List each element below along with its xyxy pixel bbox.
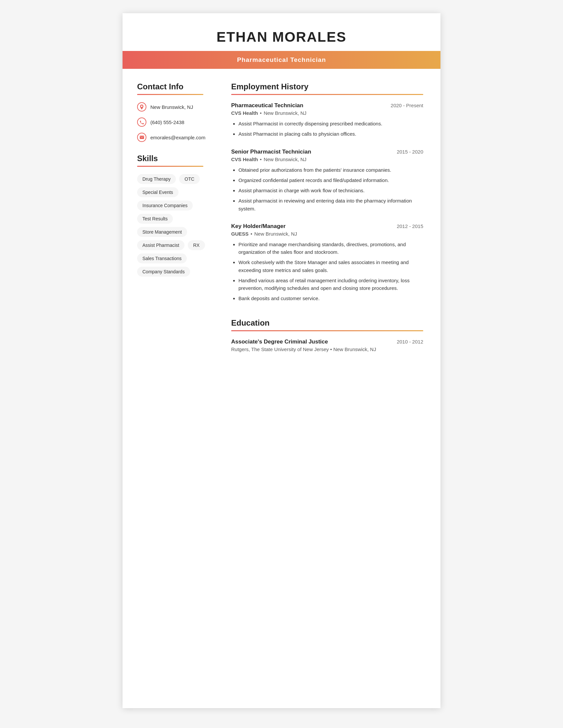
job-title-3: Key Holder/Manager [231, 223, 286, 230]
location-value: New Brunswick, NJ [150, 104, 193, 110]
job-block-1: Pharmaceutical Technician 2020 - Present… [231, 102, 423, 138]
edu-degree-1: Associate's Degree Criminal Justice [231, 339, 328, 345]
skill-tag: OTC [179, 174, 200, 184]
bullet: Organized confidential patient records a… [238, 176, 423, 184]
job-header-1: Pharmaceutical Technician 2020 - Present [231, 102, 423, 109]
bullet: Assist Pharmacist in placing calls to ph… [238, 130, 423, 138]
job-bullets-3: Prioritize and manage merchandising stan… [231, 241, 423, 302]
skill-tag: Insurance Companies [137, 201, 193, 210]
job-block-2: Senior Pharmacist Technician 2015 - 2020… [231, 149, 423, 212]
bullet: Work cohesively with the Store Manager a… [238, 258, 423, 274]
education-section-title: Education [231, 318, 423, 328]
skill-tag: Store Management [137, 227, 187, 237]
job-header-2: Senior Pharmacist Technician 2015 - 2020 [231, 149, 423, 155]
edu-header-1: Associate's Degree Criminal Justice 2010… [231, 339, 423, 345]
candidate-name: ETHAN MORALES [122, 13, 441, 51]
edu-block-1: Associate's Degree Criminal Justice 2010… [231, 339, 423, 352]
employment-divider [231, 94, 423, 95]
employment-section-title: Employment History [231, 82, 423, 91]
email-value: emorales@example.com [150, 135, 205, 140]
sidebar: Contact Info New Brunswick, NJ (640) 555… [122, 82, 215, 352]
contact-item-phone: (640) 555-2438 [137, 117, 215, 127]
skills-section-title: Skills [137, 154, 215, 163]
bullet: Assist pharmacist in charge with work fl… [238, 187, 423, 194]
skill-tag: Company Standards [137, 267, 190, 277]
bullet: Assist pharmacist in reviewing and enter… [238, 197, 423, 212]
job-dates-1: 2020 - Present [391, 103, 423, 108]
bullet: Handled various areas of retail manageme… [238, 277, 423, 292]
skill-tag: Special Events [137, 187, 178, 197]
skill-tag: Test Results [137, 214, 173, 224]
education-section: Education Associate's Degree Criminal Ju… [231, 318, 423, 352]
contact-item-email: emorales@example.com [137, 133, 215, 142]
location-icon [137, 102, 146, 112]
bullet: Bank deposits and customer service. [238, 295, 423, 302]
contact-section-title: Contact Info [137, 82, 215, 91]
contact-divider [137, 94, 203, 95]
education-divider [231, 330, 423, 331]
skill-tag: Drug Therapy [137, 174, 176, 184]
job-company-1: CVS Health•New Brunswick, NJ [231, 110, 423, 116]
email-icon [137, 133, 146, 142]
skill-tag: Assist Pharmacist [137, 240, 184, 250]
skill-tag: Sales Transactions [137, 253, 187, 263]
body-layout: Contact Info New Brunswick, NJ (640) 555… [122, 69, 441, 365]
edu-school-1: Rutgers, The State University of New Jer… [231, 346, 423, 352]
candidate-title: Pharmaceutical Technician [237, 56, 326, 63]
skill-tag: RX [188, 240, 205, 250]
job-block-3: Key Holder/Manager 2012 - 2015 GUESS•New… [231, 223, 423, 302]
job-title-1: Pharmaceutical Technician [231, 102, 304, 109]
job-dates-3: 2012 - 2015 [397, 223, 423, 229]
skills-tags-container: Drug Therapy OTC Special Events Insuranc… [137, 174, 215, 277]
job-dates-2: 2015 - 2020 [397, 149, 423, 155]
bullet: Prioritize and manage merchandising stan… [238, 241, 423, 256]
phone-icon [137, 117, 146, 127]
contact-item-location: New Brunswick, NJ [137, 102, 215, 112]
resume-container: ETHAN MORALES Pharmaceutical Technician … [122, 13, 441, 708]
job-company-2: CVS Health•New Brunswick, NJ [231, 157, 423, 162]
bullet: Assist Pharmacist in correctly dispensin… [238, 120, 423, 127]
title-bar: Pharmaceutical Technician [122, 51, 441, 69]
bullet: Obtained prior authorizations from the p… [238, 166, 423, 174]
main-content: Employment History Pharmaceutical Techni… [215, 82, 441, 352]
skills-divider [137, 166, 203, 167]
job-company-3: GUESS•New Brunswick, NJ [231, 231, 423, 237]
job-bullets-2: Obtained prior authorizations from the p… [231, 166, 423, 212]
job-bullets-1: Assist Pharmacist in correctly dispensin… [231, 120, 423, 138]
employment-section: Employment History Pharmaceutical Techni… [231, 82, 423, 302]
job-title-2: Senior Pharmacist Technician [231, 149, 311, 155]
phone-value: (640) 555-2438 [150, 119, 184, 125]
edu-dates-1: 2010 - 2012 [397, 339, 423, 344]
skills-section: Skills Drug Therapy OTC Special Events I… [137, 154, 215, 277]
job-header-3: Key Holder/Manager 2012 - 2015 [231, 223, 423, 230]
